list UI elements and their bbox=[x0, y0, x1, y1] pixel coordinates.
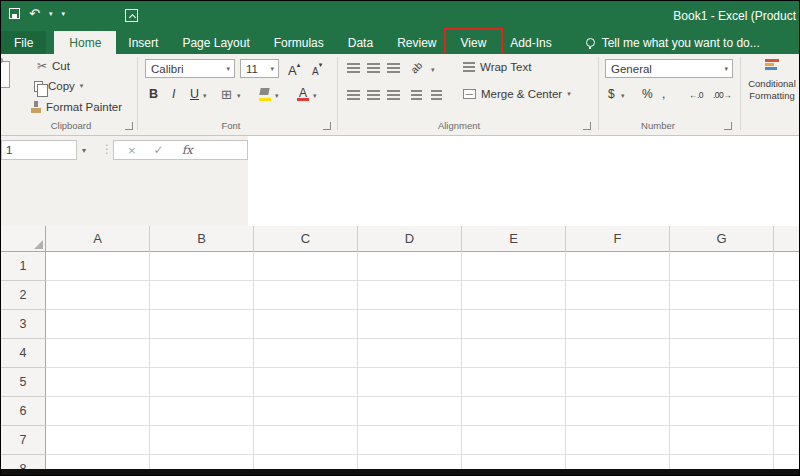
align-left-icon[interactable] bbox=[347, 90, 360, 100]
undo-icon[interactable]: ↶ bbox=[29, 8, 40, 19]
cell-H4[interactable] bbox=[774, 339, 800, 368]
fill-color-button[interactable] bbox=[259, 88, 271, 101]
column-header-E[interactable]: E bbox=[462, 226, 566, 252]
row-header-1[interactable]: 1 bbox=[1, 252, 46, 281]
cell-D5[interactable] bbox=[358, 368, 462, 397]
cell-B4[interactable] bbox=[150, 339, 254, 368]
cell-B5[interactable] bbox=[150, 368, 254, 397]
format-painter-button[interactable]: Format Painter bbox=[31, 101, 122, 113]
font-name-select[interactable]: Calibri ▾ bbox=[145, 59, 235, 78]
clipboard-dialog-launcher-icon[interactable] bbox=[125, 122, 133, 130]
tab-data[interactable]: Data bbox=[336, 31, 385, 54]
copy-dropdown-icon[interactable]: ▾ bbox=[80, 82, 84, 90]
cell-C5[interactable] bbox=[254, 368, 358, 397]
cell-C4[interactable] bbox=[254, 339, 358, 368]
cell-G4[interactable] bbox=[670, 339, 774, 368]
name-box[interactable]: 1 bbox=[1, 140, 77, 160]
wrap-text-button[interactable]: Wrap Text bbox=[463, 61, 531, 73]
number-dialog-launcher-icon[interactable] bbox=[724, 122, 732, 130]
cell-D4[interactable] bbox=[358, 339, 462, 368]
cell-C2[interactable] bbox=[254, 281, 358, 310]
cell-C1[interactable] bbox=[254, 252, 358, 281]
cell-D7[interactable] bbox=[358, 426, 462, 455]
cell-G6[interactable] bbox=[670, 397, 774, 426]
tab-home[interactable]: Home bbox=[54, 31, 116, 54]
alignment-dialog-launcher-icon[interactable] bbox=[583, 122, 591, 130]
cell-E7[interactable] bbox=[462, 426, 566, 455]
align-right-icon[interactable] bbox=[387, 90, 400, 100]
cell-E5[interactable] bbox=[462, 368, 566, 397]
accounting-dropdown-icon[interactable]: ▾ bbox=[621, 92, 625, 100]
cell-A4[interactable] bbox=[46, 339, 150, 368]
merge-center-dropdown-icon[interactable]: ▾ bbox=[567, 90, 571, 98]
cell-H5[interactable] bbox=[774, 368, 800, 397]
cell-H1[interactable] bbox=[774, 252, 800, 281]
cell-A1[interactable] bbox=[46, 252, 150, 281]
italic-button[interactable]: I bbox=[172, 87, 175, 101]
decrease-indent-icon[interactable] bbox=[411, 90, 422, 100]
cell-F1[interactable] bbox=[566, 252, 670, 281]
borders-dropdown-icon[interactable]: ▾ bbox=[237, 92, 241, 100]
number-format-select[interactable]: General ▾ bbox=[605, 59, 733, 78]
tab-view[interactable]: View bbox=[449, 31, 499, 54]
bold-button[interactable]: B bbox=[149, 87, 158, 101]
copy-button[interactable]: Copy ▾ bbox=[34, 80, 83, 92]
font-color-dropdown-icon[interactable]: ▾ bbox=[313, 92, 317, 100]
insert-function-icon[interactable]: fx bbox=[182, 143, 193, 157]
cell-C3[interactable] bbox=[254, 310, 358, 339]
cell-A3[interactable] bbox=[46, 310, 150, 339]
cell-G2[interactable] bbox=[670, 281, 774, 310]
cell-E6[interactable] bbox=[462, 397, 566, 426]
enter-icon[interactable]: ✓ bbox=[154, 143, 164, 157]
cell-C7[interactable] bbox=[254, 426, 358, 455]
underline-button[interactable]: U bbox=[190, 87, 199, 101]
row-header-3[interactable]: 3 bbox=[1, 310, 46, 339]
cell-B6[interactable] bbox=[150, 397, 254, 426]
increase-decimal-icon[interactable]: ←.0 bbox=[689, 90, 703, 100]
paste-button-partial[interactable] bbox=[0, 58, 14, 104]
row-header-7[interactable]: 7 bbox=[1, 426, 46, 455]
cell-A7[interactable] bbox=[46, 426, 150, 455]
align-center-icon[interactable] bbox=[367, 90, 380, 100]
row-header-4[interactable]: 4 bbox=[1, 339, 46, 368]
cell-C6[interactable] bbox=[254, 397, 358, 426]
align-middle-icon[interactable] bbox=[367, 63, 380, 73]
cell-D1[interactable] bbox=[358, 252, 462, 281]
cell-D6[interactable] bbox=[358, 397, 462, 426]
align-top-icon[interactable] bbox=[347, 63, 360, 73]
font-color-button[interactable]: A bbox=[297, 86, 309, 101]
cell-A5[interactable] bbox=[46, 368, 150, 397]
tab-formulas[interactable]: Formulas bbox=[262, 31, 336, 54]
ribbon-display-options-icon[interactable] bbox=[125, 9, 138, 22]
underline-dropdown-icon[interactable]: ▾ bbox=[203, 92, 207, 100]
cell-D2[interactable] bbox=[358, 281, 462, 310]
cell-H7[interactable] bbox=[774, 426, 800, 455]
name-box-dropdown-icon[interactable]: ▾ bbox=[82, 146, 86, 155]
cell-A6[interactable] bbox=[46, 397, 150, 426]
cell-B2[interactable] bbox=[150, 281, 254, 310]
cell-B3[interactable] bbox=[150, 310, 254, 339]
increase-font-size-button[interactable]: A▴ bbox=[288, 61, 300, 79]
cut-button[interactable]: ✂ Cut bbox=[37, 59, 70, 73]
font-size-dropdown-icon[interactable]: ▾ bbox=[270, 65, 274, 73]
cell-E4[interactable] bbox=[462, 339, 566, 368]
tab-page-layout[interactable]: Page Layout bbox=[170, 31, 261, 54]
undo-dropdown-icon[interactable]: ▾ bbox=[49, 10, 53, 18]
cell-D3[interactable] bbox=[358, 310, 462, 339]
cell-H3[interactable] bbox=[774, 310, 800, 339]
decrease-font-size-button[interactable]: A▾ bbox=[312, 61, 322, 79]
cell-B1[interactable] bbox=[150, 252, 254, 281]
cell-E1[interactable] bbox=[462, 252, 566, 281]
align-bottom-icon[interactable] bbox=[387, 63, 400, 73]
cell-E2[interactable] bbox=[462, 281, 566, 310]
cell-F4[interactable] bbox=[566, 339, 670, 368]
qat-customize-dropdown-icon[interactable]: ▾ bbox=[61, 10, 65, 18]
orientation-dropdown-icon[interactable]: ▾ bbox=[431, 66, 435, 74]
fill-color-dropdown-icon[interactable]: ▾ bbox=[275, 92, 279, 100]
conditional-formatting-button[interactable]: Conditional Formatting bbox=[743, 58, 800, 101]
merge-center-button[interactable]: Merge & Center ▾ bbox=[463, 88, 571, 100]
cell-F2[interactable] bbox=[566, 281, 670, 310]
cell-A2[interactable] bbox=[46, 281, 150, 310]
tab-review[interactable]: Review bbox=[385, 31, 448, 54]
cancel-icon[interactable]: × bbox=[128, 143, 136, 158]
